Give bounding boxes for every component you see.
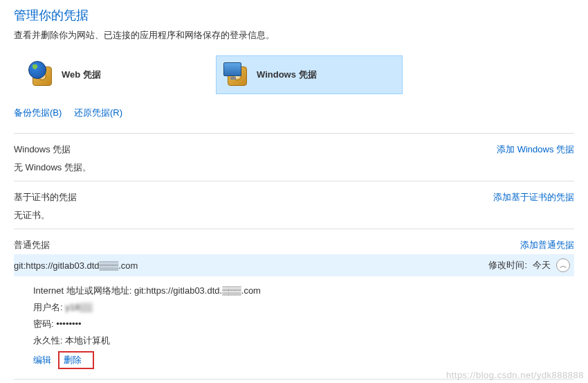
persist-label: 永久性: (33, 335, 63, 346)
credential-details: Internet 地址或网络地址: git:https://gitlab03.d… (14, 276, 574, 373)
web-vault-icon (28, 61, 56, 89)
cert-creds-empty: 无证书。 (14, 209, 574, 222)
address-value: git:https://gitlab03.dtd.▒▒▒.com (134, 285, 261, 296)
generic-creds-section-title: 普通凭据 (14, 239, 50, 251)
restore-credentials-link[interactable]: 还原凭据(R) (74, 107, 122, 118)
windows-credentials-tab[interactable]: Windows 凭据 (216, 55, 403, 94)
divider (14, 229, 574, 229)
edit-credential-link[interactable]: 编辑 (33, 355, 51, 365)
chevron-up-icon: ︿ (560, 262, 567, 269)
windows-creds-empty: 无 Windows 凭据。 (14, 161, 574, 174)
windows-creds-section-title: Windows 凭据 (14, 143, 71, 156)
collapse-button[interactable]: ︿ (556, 258, 570, 272)
address-label: Internet 地址或网络地址: (33, 285, 131, 296)
modified-value: 今天 (533, 259, 551, 271)
password-label: 密码: (33, 319, 54, 329)
credential-row[interactable]: git:https://gitlab03.dtd▒▒▒.com 修改时间: 今天… (14, 254, 574, 276)
windows-tab-label: Windows 凭据 (257, 69, 317, 81)
divider (14, 133, 574, 134)
delete-credential-link[interactable]: 删除 (64, 355, 82, 365)
credential-name: git:https://gitlab03.dtd▒▒▒.com (14, 260, 138, 271)
credential-type-tabs: Web 凭据 Windows 凭据 (21, 55, 574, 94)
add-cert-credential-link[interactable]: 添加基于证书的凭据 (493, 191, 574, 204)
page-subtitle: 查看并删除你为网站、已连接的应用程序和网络保存的登录信息。 (14, 29, 574, 42)
windows-vault-icon (223, 61, 251, 89)
page-title: 管理你的凭据 (14, 7, 574, 24)
add-windows-credential-link[interactable]: 添加 Windows 凭据 (497, 143, 574, 156)
divider (14, 181, 574, 181)
cert-creds-section-title: 基于证书的凭据 (14, 191, 77, 204)
watermark: https://blog.csdn.net/ydk888888 (446, 370, 584, 380)
password-value: •••••••• (56, 319, 81, 329)
user-label: 用户名: (33, 302, 63, 312)
add-generic-credential-link[interactable]: 添加普通凭据 (520, 239, 574, 251)
web-tab-label: Web 凭据 (62, 69, 101, 81)
web-credentials-tab[interactable]: Web 凭据 (21, 55, 208, 94)
delete-highlight-box: 删除 (58, 351, 94, 369)
backup-credentials-link[interactable]: 备份凭据(B) (14, 107, 62, 118)
persist-value: 本地计算机 (65, 335, 110, 346)
user-value: y18▒▒ (65, 302, 92, 312)
modified-label: 修改时间: (488, 259, 527, 271)
